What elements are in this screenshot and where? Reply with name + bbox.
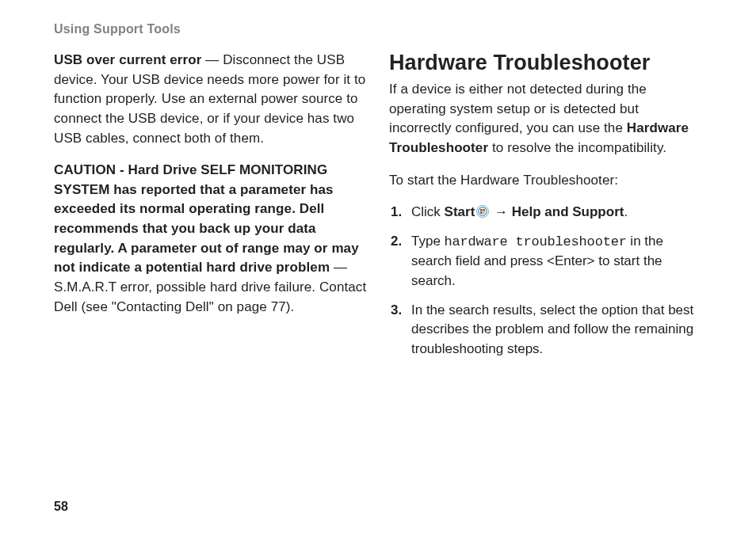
caution-hard-drive-paragraph: CAUTION - Hard Drive SELF MONITORING SYS…	[54, 161, 367, 317]
page: Using Support Tools USB over current err…	[0, 0, 756, 536]
intro-pre: If a device is either not detected durin…	[389, 82, 647, 135]
step-2-pre: Type	[411, 234, 445, 249]
caution-label: CAUTION - Hard Drive SELF MONITORING SYS…	[54, 162, 359, 275]
hardware-troubleshooter-heading: Hardware Troubleshooter	[389, 51, 702, 75]
left-column: USB over current error — Disconnect the …	[54, 51, 367, 369]
step-3-text: In the search results, select the option…	[411, 302, 693, 356]
step-1-pre: Click	[411, 204, 445, 219]
step-1-post: .	[624, 204, 628, 219]
troubleshooter-intro-paragraph: If a device is either not detected durin…	[389, 80, 702, 158]
usb-error-label: USB over current error	[54, 52, 201, 67]
two-column-layout: USB over current error — Disconnect the …	[54, 51, 702, 369]
step-1-arrow-help: → Help and Support	[491, 204, 624, 219]
right-column: Hardware Troubleshooter If a device is e…	[389, 51, 702, 369]
step-2-code: hardware troubleshooter	[445, 234, 627, 249]
page-number: 58	[54, 500, 68, 514]
step-2-number: 2.	[391, 232, 402, 252]
step-1-start: Start	[445, 204, 475, 219]
troubleshooter-steps-list: 1. Click Start → Help and Support. 2. Ty…	[389, 203, 702, 359]
step-1-number: 1.	[391, 203, 402, 222]
step-3-number: 3.	[391, 301, 402, 321]
troubleshooter-start-line: To start the Hardware Troubleshooter:	[389, 171, 702, 191]
usb-over-current-error-paragraph: USB over current error — Disconnect the …	[54, 51, 367, 148]
step-1: 1. Click Start → Help and Support.	[389, 203, 702, 222]
step-3: 3. In the search results, select the opt…	[389, 301, 702, 359]
step-2: 2. Type hardware troubleshooter in the s…	[389, 232, 702, 291]
windows-start-icon	[476, 204, 489, 217]
intro-post: to resolve the incompatibility.	[488, 140, 666, 155]
page-header-title: Using Support Tools	[54, 22, 702, 36]
